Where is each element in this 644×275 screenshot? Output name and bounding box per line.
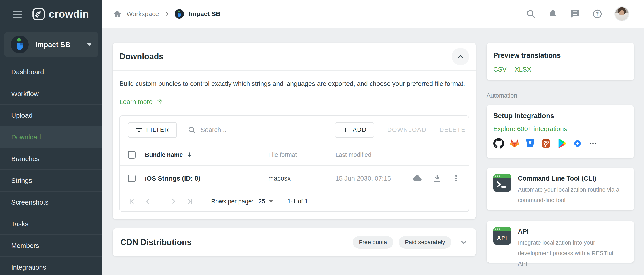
search-input[interactable]	[200, 126, 335, 134]
search-icon[interactable]	[526, 9, 536, 19]
column-last-modified: Last modified	[336, 151, 420, 158]
google-play-icon[interactable]	[557, 138, 567, 149]
last-page-button[interactable]	[186, 198, 194, 205]
add-bundle-button[interactable]: ADD	[335, 122, 374, 138]
sidebar-item-branches[interactable]: Branches	[0, 148, 102, 169]
plus-icon	[342, 127, 349, 133]
table-row: iOS Strings (ID: 8) macosx 15 Jun 2030, …	[120, 165, 469, 191]
pagination-range: 1-1 of 1	[287, 198, 308, 205]
chevron-right-icon	[164, 11, 170, 17]
filter-icon	[136, 126, 143, 134]
explore-integrations-link[interactable]: Explore 600+ integrations	[493, 125, 628, 133]
row-checkbox[interactable]	[128, 174, 136, 182]
sidebar-item-dashboard[interactable]: Dashboard	[0, 61, 102, 83]
project-avatar-large	[11, 36, 28, 54]
delete-button[interactable]: DELETE	[440, 126, 466, 133]
project-avatar	[175, 9, 184, 19]
row-menu-kebab-icon[interactable]	[452, 174, 461, 183]
csv-link[interactable]: CSV	[493, 66, 507, 73]
expand-panel-button[interactable]	[459, 238, 468, 247]
breadcrumb: Workspace Impact SB	[113, 9, 220, 19]
sidebar-item-download[interactable]: Download	[0, 126, 102, 148]
project-name: Impact SB	[35, 41, 80, 49]
breadcrumb-workspace[interactable]: Workspace	[126, 10, 159, 18]
sidebar: Impact SB Dashboard Workflow Upload Down…	[0, 28, 102, 275]
api-title: API	[518, 228, 623, 235]
select-all-checkbox[interactable]	[128, 151, 136, 159]
help-icon[interactable]: ?	[592, 9, 602, 19]
learn-more-label: Learn more	[120, 98, 152, 106]
cdn-distributions-panel: CDN Distributions Free quota Paid separa…	[113, 228, 476, 256]
home-icon[interactable]	[113, 10, 122, 18]
sort-by-bundle-name[interactable]: Bundle name	[145, 151, 268, 158]
column-file-format: File format	[268, 151, 336, 158]
sidebar-item-workflow[interactable]: Workflow	[0, 83, 102, 104]
gitlab-icon[interactable]	[510, 138, 520, 149]
github-icon[interactable]	[493, 138, 504, 149]
sidebar-item-upload[interactable]: Upload	[0, 104, 102, 126]
git-repository-icon[interactable]	[541, 138, 552, 149]
crowdin-logo[interactable]: crowdin	[32, 8, 89, 21]
downloads-panel-header: Downloads	[113, 43, 476, 71]
svg-text:API: API	[497, 235, 507, 241]
more-integrations-icon[interactable]	[588, 139, 598, 148]
previous-page-button[interactable]	[144, 198, 152, 205]
svg-text:?: ?	[596, 11, 599, 17]
bitbucket-icon[interactable]	[525, 138, 535, 149]
cli-tool-card[interactable]: Command Line Tool (CLI) Automate your lo…	[486, 168, 634, 210]
api-card[interactable]: API API Integrate localization into your…	[486, 221, 634, 263]
sidebar-item-screenshots[interactable]: Screenshots	[0, 191, 102, 213]
cli-title: Command Line Tool (CLI)	[518, 175, 623, 182]
chevron-up-icon	[456, 53, 464, 61]
user-avatar[interactable]	[614, 7, 629, 21]
downloads-description: Build custom bundles to control exactly …	[120, 80, 469, 88]
chevron-down-icon	[269, 200, 273, 203]
integration-icons	[493, 138, 628, 149]
messages-icon[interactable]	[570, 9, 580, 19]
preview-translations-panel: Preview translations CSV XLSX	[486, 43, 634, 80]
jira-icon[interactable]	[572, 138, 583, 149]
downloads-panel: Downloads Build custom bundles to contro…	[113, 43, 476, 219]
paid-separately-badge: Paid separately	[399, 236, 451, 248]
download-button[interactable]: DOWNLOAD	[387, 126, 426, 133]
cli-description: Automate your localization routine via a…	[518, 184, 623, 205]
header-actions: ?	[526, 7, 629, 21]
cloud-build-icon[interactable]	[412, 173, 422, 183]
menu-icon[interactable]	[13, 9, 22, 20]
cdn-badges: Free quota Paid separately	[353, 236, 451, 248]
free-quota-badge: Free quota	[353, 236, 393, 248]
bundle-name-cell[interactable]: iOS Strings (ID: 8)	[145, 175, 268, 182]
sidebar-item-members[interactable]: Members	[0, 234, 102, 256]
setup-integrations-title: Setup integrations	[493, 112, 628, 120]
chevron-down-icon	[87, 43, 92, 46]
sort-descending-icon	[186, 151, 193, 158]
top-header: crowdin Workspace Impact SB	[0, 0, 644, 28]
collapse-panel-button[interactable]	[452, 48, 469, 65]
download-file-icon[interactable]	[432, 174, 442, 183]
table-header-row: Bundle name File format Last modified	[120, 144, 469, 165]
chevron-down-icon	[459, 238, 468, 247]
crowdin-logo-text: crowdin	[49, 8, 89, 20]
api-icon: API	[493, 227, 511, 257]
sidebar-item-tasks[interactable]: Tasks	[0, 213, 102, 234]
learn-more-link[interactable]: Learn more	[120, 98, 162, 106]
api-description: Integrate localization into your develop…	[518, 237, 623, 269]
rows-per-page-select[interactable]: 25	[258, 198, 273, 205]
external-link-icon	[156, 99, 162, 105]
sidebar-item-integrations[interactable]: Integrations	[0, 256, 102, 275]
crowdin-logo-icon	[32, 8, 45, 21]
first-page-button[interactable]	[128, 198, 136, 205]
header-bar: Workspace Impact SB	[102, 0, 644, 28]
main-content: Downloads Build custom bundles to contro…	[102, 28, 644, 275]
table-pagination: Rows per page: 25 1-1 of 1	[120, 191, 469, 211]
filter-button[interactable]: FILTER	[128, 122, 177, 138]
sidebar-item-strings[interactable]: Strings	[0, 169, 102, 191]
project-selector[interactable]: Impact SB	[4, 32, 98, 57]
automation-section-label: Automation	[486, 92, 517, 99]
xlsx-link[interactable]: XLSX	[515, 66, 531, 73]
next-page-button[interactable]	[170, 198, 178, 205]
notifications-bell-icon[interactable]	[548, 9, 558, 19]
table-search	[188, 126, 335, 134]
last-modified-cell: 15 Jun 2030, 07:15	[336, 175, 420, 182]
breadcrumb-project[interactable]: Impact SB	[189, 10, 221, 18]
